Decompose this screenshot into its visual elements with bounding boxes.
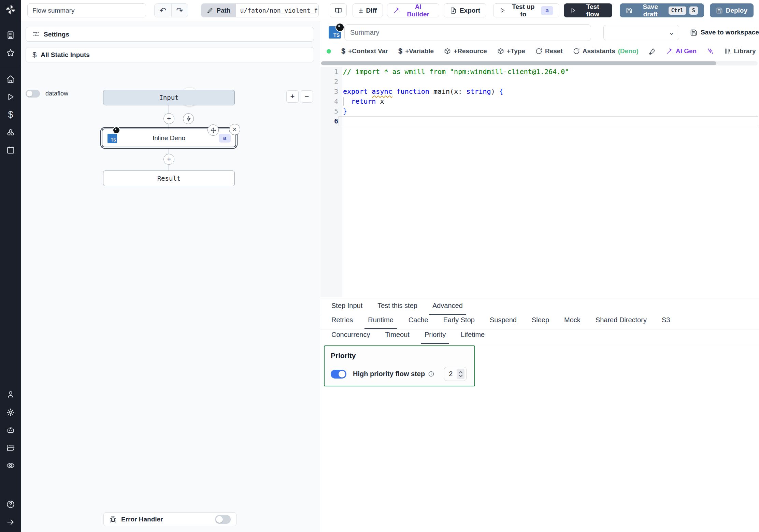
deploy-button[interactable]: Deploy [710, 3, 754, 17]
tab[interactable]: S3 [658, 316, 673, 329]
tab[interactable]: Shared Directory [592, 316, 650, 329]
zoom-in-button[interactable]: + [286, 90, 299, 103]
help-icon[interactable] [6, 500, 15, 509]
error-handler-toggle[interactable] [215, 515, 231, 524]
code-line[interactable]: 6 [320, 116, 759, 126]
save-to-workspace-button[interactable]: Save to workspace [690, 29, 759, 36]
zoom-out-button[interactable]: − [301, 90, 313, 103]
tab[interactable]: Suspend [486, 316, 520, 329]
step-editor-header: TS ⌄ Save to workspace [320, 21, 759, 44]
input-node[interactable]: Input [103, 90, 235, 105]
flow-graph-panel: Settings $ All Static Inputs dataflow + … [21, 21, 320, 532]
step-tabs: Step InputTest this stepAdvanced [320, 298, 759, 315]
code-line[interactable]: 5} [320, 106, 759, 116]
dataflow-toggle[interactable] [26, 90, 40, 98]
add-variable-button[interactable]: $ +Variable [398, 47, 434, 56]
redo-button[interactable]: ↷ [171, 4, 188, 17]
add-resource-button[interactable]: +Resource [444, 47, 487, 55]
dataflow-label: dataflow [45, 90, 68, 97]
format-brush-button[interactable] [649, 48, 656, 55]
runs-play-icon[interactable] [6, 92, 15, 101]
tab[interactable]: Sleep [528, 316, 553, 329]
export-button[interactable]: Export [444, 3, 486, 17]
code-lines: 1// import * as wmill from "npm:windmill… [320, 67, 759, 126]
dataflow-toggle-row: dataflow [26, 90, 68, 98]
path-value[interactable]: u/faton/non_violent_flc [236, 4, 318, 17]
flow-settings-button[interactable]: Settings [26, 27, 314, 42]
resources-icon[interactable] [6, 128, 15, 137]
paintbrush-icon [649, 48, 656, 55]
tab[interactable]: Test this step [374, 302, 421, 315]
library-button[interactable]: Library [724, 47, 756, 55]
workers-robot-icon[interactable] [6, 426, 15, 434]
canvas-zoom-controls: + − [286, 90, 313, 103]
all-static-inputs-button[interactable]: $ All Static Inputs [26, 47, 314, 62]
favorites-star-icon[interactable] [6, 48, 15, 57]
audit-eye-icon[interactable] [6, 461, 15, 470]
tab[interactable]: Concurrency [328, 331, 373, 344]
test-flow-button[interactable]: Test flow [564, 3, 612, 17]
book-open-icon [335, 7, 342, 14]
code-line[interactable]: 3export async function main(x: string) { [320, 87, 759, 97]
add-context-var-button[interactable]: $ +Context Var [341, 47, 388, 56]
priority-value: 2 [449, 370, 457, 378]
tab[interactable]: Lifetime [457, 331, 488, 344]
home-icon[interactable] [6, 75, 15, 84]
reset-button[interactable]: Reset [535, 47, 563, 55]
move-step-button[interactable] [207, 124, 219, 136]
workspace-icon[interactable] [6, 31, 15, 40]
settings-gear-icon[interactable] [6, 408, 15, 417]
flow-summary-input[interactable] [27, 3, 146, 17]
add-type-button[interactable]: +Type [497, 47, 525, 55]
typescript-icon: TS [108, 134, 117, 143]
rotate-icon [535, 48, 542, 55]
tab[interactable]: Priority [421, 331, 449, 344]
docs-book-button[interactable] [330, 3, 347, 17]
tab[interactable]: Cache [405, 316, 432, 329]
test-up-to-button[interactable]: Test up to a [493, 3, 559, 17]
high-priority-toggle[interactable] [331, 370, 346, 379]
advanced-tabs: RetriesRuntimeCacheEarly StopSuspendSlee… [320, 315, 759, 329]
users-person-icon[interactable] [6, 390, 15, 399]
ai-builder-button[interactable]: AI Builder [387, 3, 439, 17]
code-editor[interactable]: 1// import * as wmill from "npm:windmill… [320, 67, 759, 297]
undo-button[interactable]: ↶ [155, 4, 171, 17]
tab[interactable]: Mock [561, 316, 584, 329]
path-edit-button[interactable]: Path [201, 4, 236, 17]
sparkles-button[interactable] [707, 48, 714, 55]
high-priority-label: High priority flow step [353, 370, 425, 378]
priority-number-input[interactable]: 2 [444, 367, 467, 381]
insert-step-button[interactable]: + [163, 154, 174, 165]
tab[interactable]: Early Stop [440, 316, 478, 329]
schedules-calendar-icon[interactable] [6, 146, 15, 154]
insert-step-button[interactable]: + [163, 113, 174, 124]
tab[interactable]: Step Input [328, 302, 366, 315]
save-icon [690, 29, 697, 36]
assistants-button[interactable]: Assistants (Deno) [573, 47, 639, 55]
code-line[interactable]: 2 [320, 77, 759, 87]
tab[interactable]: Retries [328, 316, 356, 329]
code-line[interactable]: 4 return x [320, 97, 759, 106]
tab[interactable]: Advanced [429, 302, 466, 315]
rotate-icon [573, 48, 580, 55]
diff-button[interactable]: ± Diff [353, 3, 383, 17]
save-draft-button[interactable]: Save draft Ctrl S [620, 3, 704, 17]
step-id-badge: a [219, 134, 231, 143]
worker-tag-select[interactable]: ⌄ [603, 25, 679, 40]
windmill-logo-icon[interactable] [4, 3, 17, 16]
tab[interactable]: Runtime [364, 316, 397, 329]
number-stepper[interactable] [457, 369, 464, 379]
package-icon [444, 48, 451, 55]
step-editor-panel: TS ⌄ Save to workspace $ +Context Var $ … [320, 21, 759, 532]
variables-dollar-icon[interactable]: $ [8, 110, 13, 119]
ai-gen-button[interactable]: AI Gen [666, 47, 697, 55]
folders-icon[interactable] [6, 443, 15, 452]
step-summary-input[interactable] [344, 24, 591, 41]
trigger-bolt-button[interactable] [183, 113, 194, 124]
collapse-arrow-icon[interactable] [6, 518, 15, 527]
tab[interactable]: Timeout [382, 331, 413, 344]
hscrollbar-thumb[interactable] [321, 61, 716, 65]
delete-step-button[interactable]: × [229, 124, 240, 135]
code-line[interactable]: 1// import * as wmill from "npm:windmill… [320, 67, 759, 77]
result-node[interactable]: Result [103, 171, 235, 186]
